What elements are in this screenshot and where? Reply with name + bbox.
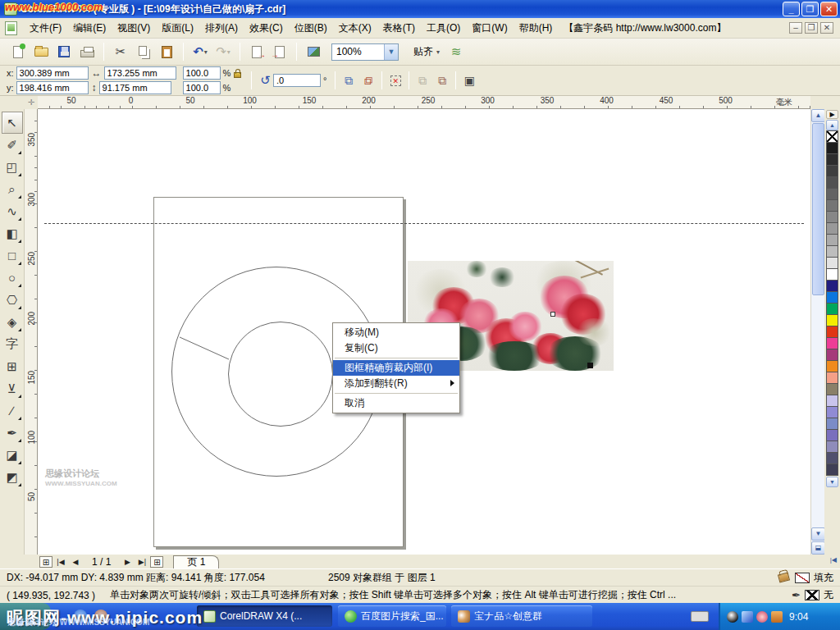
taskbar-task-qq-group[interactable]: 宝ナ品☆创意群 (451, 605, 592, 627)
text-tool[interactable]: 字 (2, 333, 23, 355)
rectangle-tool[interactable]: □ (2, 244, 23, 267)
color-swatch[interactable] (826, 303, 838, 315)
crop-tool[interactable]: ◰ (2, 156, 23, 178)
previous-page-icon[interactable]: ◀ (69, 556, 82, 568)
redo-icon[interactable]: ↷▾ (213, 42, 233, 62)
color-swatch[interactable] (826, 153, 838, 166)
first-page-icon[interactable]: |◀ (54, 556, 67, 568)
next-page-icon[interactable]: ▶ (121, 556, 134, 568)
color-swatch[interactable] (826, 395, 838, 407)
palette-expand-icon[interactable]: |◀ (830, 556, 837, 564)
color-swatch[interactable] (826, 257, 838, 269)
scale-x-field[interactable] (183, 66, 221, 80)
menu-item-1[interactable]: 编辑(E) (67, 19, 112, 38)
horizontal-guideline[interactable] (44, 223, 804, 224)
cut-icon[interactable]: ✂ (111, 42, 130, 62)
import-icon[interactable]: → (247, 42, 267, 62)
to-front-icon[interactable]: ▣ (459, 71, 479, 90)
doc-close-button[interactable]: ✕ (820, 22, 833, 34)
color-swatch[interactable] (826, 429, 838, 441)
color-swatch[interactable] (826, 360, 838, 372)
security-tray-icon[interactable] (756, 611, 768, 623)
context-menu-item-4[interactable]: 取消 (333, 395, 459, 411)
palette-flyout-icon[interactable]: ▶ (826, 110, 838, 119)
app-launcher-icon[interactable] (304, 42, 323, 62)
color-swatch[interactable] (826, 326, 838, 338)
smart-fill-tool[interactable]: ◧ (2, 222, 23, 244)
context-menu-item-0[interactable]: 移动(M) (333, 325, 459, 340)
color-swatch[interactable] (826, 452, 838, 464)
options-icon[interactable]: ≋ (446, 42, 466, 62)
context-menu-item-3[interactable]: 添加到翻转(R) (333, 376, 459, 391)
color-swatch[interactable] (826, 418, 838, 430)
scroll-up-icon[interactable]: ▲ (811, 109, 825, 122)
color-swatch[interactable] (826, 245, 838, 258)
taskbar-task-baidu[interactable]: 百度图片搜索_国... (338, 605, 446, 627)
table-tool[interactable]: ⊞ (2, 355, 23, 377)
color-swatch[interactable] (826, 211, 838, 223)
menu-item-4[interactable]: 排列(A) (199, 19, 244, 38)
interactive-blend-tool[interactable]: ⊻ (2, 377, 23, 399)
group-icon[interactable]: ⧉ (432, 71, 452, 90)
color-swatch[interactable] (826, 199, 838, 212)
vertical-scroll-thumb[interactable] (812, 123, 824, 295)
color-swatch[interactable] (826, 406, 838, 418)
print-icon[interactable] (77, 42, 97, 62)
close-button[interactable]: ✕ (820, 2, 838, 16)
no-color-swatch[interactable] (826, 130, 838, 143)
outline-pen-tool[interactable]: ✒ (2, 422, 23, 444)
copy-icon[interactable] (134, 42, 153, 62)
menu-item-5[interactable]: 效果(C) (244, 19, 289, 38)
remove-transform-icon[interactable]: ✕ (386, 71, 405, 90)
palette-scroll-down-icon[interactable]: ▼ (826, 477, 838, 487)
menu-item-3[interactable]: 版面(L) (156, 19, 199, 38)
ruler-origin-icon[interactable]: ✛ (25, 96, 38, 109)
pan-page-icon[interactable]: ⬓ (811, 541, 825, 555)
color-swatch[interactable] (826, 291, 838, 304)
vertical-ruler[interactable]: 35030025020015010050 (25, 109, 38, 555)
messenger-tray-icon[interactable] (742, 611, 753, 623)
menu-item-6[interactable]: 位图(B) (289, 19, 333, 38)
add-page-before-icon[interactable]: ⊞ (39, 556, 52, 568)
color-swatch[interactable] (826, 234, 838, 246)
horizontal-ruler[interactable]: 50050100150200250300350400450500毫米 (38, 96, 810, 109)
undo-icon[interactable]: ↶▾ (190, 42, 210, 62)
color-swatch[interactable] (826, 314, 838, 326)
ellipse-tool[interactable]: ○ (2, 267, 23, 289)
taskbar-task-coreldraw[interactable]: CorelDRAW X4 (... (197, 605, 332, 627)
restore-button[interactable]: ❐ (801, 2, 819, 16)
x-position-field[interactable] (16, 66, 89, 80)
context-menu-item-2[interactable]: 图框精确剪裁内部(I) (333, 360, 459, 376)
scale-y-field[interactable] (183, 81, 221, 94)
menu-item-0[interactable]: 文件(F) (24, 19, 67, 38)
zoom-tool[interactable]: ⌕ (2, 178, 23, 200)
minimize-button[interactable]: _ (783, 2, 800, 16)
color-swatch[interactable] (826, 441, 838, 453)
lock-ratio-icon[interactable] (234, 72, 241, 78)
selection-handle[interactable] (587, 363, 593, 368)
zoom-dropdown-icon[interactable]: ▼ (384, 44, 398, 60)
color-swatch[interactable] (826, 188, 838, 200)
selection-node[interactable] (550, 312, 555, 317)
pick-tool[interactable]: ↖ (2, 112, 23, 134)
color-swatch[interactable] (826, 142, 838, 154)
add-page-after-icon[interactable]: ⊞ (150, 556, 163, 568)
menu-item-8[interactable]: 表格(T) (377, 19, 421, 38)
doc-minimize-button[interactable]: – (789, 22, 802, 34)
rotation-angle-field[interactable] (273, 74, 321, 87)
y-position-field[interactable] (16, 81, 89, 94)
color-swatch[interactable] (826, 280, 838, 292)
shape-tool[interactable]: ✐ (2, 134, 23, 156)
eyedropper-tool[interactable]: ∕ (2, 399, 23, 422)
snap-to-button[interactable]: 贴齐▾ (410, 43, 443, 62)
menu-item-2[interactable]: 视图(V) (112, 19, 156, 38)
menu-item-7[interactable]: 文本(X) (333, 19, 377, 38)
menu-item-12[interactable]: 【鑫宇条码 http://www.lw3000.com】 (558, 19, 732, 38)
paste-icon[interactable] (157, 42, 176, 62)
interactive-fill-tool[interactable]: ◩ (2, 466, 23, 488)
fill-tool[interactable]: ◪ (2, 444, 23, 466)
page-tab[interactable]: 页 1 (173, 555, 219, 568)
color-swatch[interactable] (826, 268, 838, 281)
combine-icon[interactable]: ⧉ (413, 71, 432, 90)
color-swatch[interactable] (826, 383, 838, 395)
